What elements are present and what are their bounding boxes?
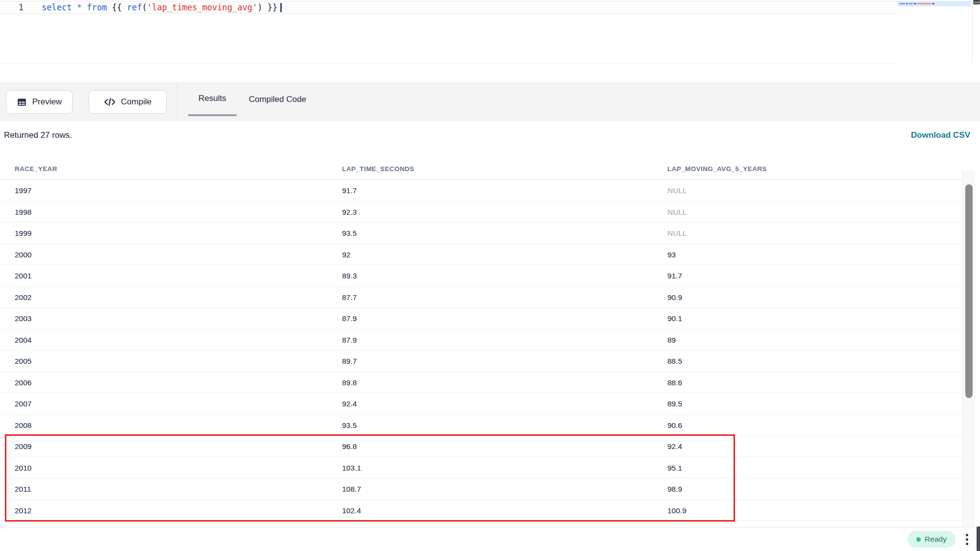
compile-button-label: Compile (121, 97, 151, 107)
minimap-segment (914, 3, 916, 4)
table-cell: NULL (667, 180, 687, 201)
kebab-menu-button[interactable] (961, 531, 972, 548)
table-cell: 91.7 (667, 265, 682, 286)
table-cell: 92.4 (342, 393, 357, 414)
column-header: RACE_YEAR (15, 158, 57, 180)
table-row: 200287.790.9 (0, 287, 962, 308)
code-editor[interactable]: 1 select * from {{ ref('lap_times_moving… (0, 0, 980, 63)
text-cursor-icon (280, 3, 282, 12)
results-tabs: Results Compiled Code (188, 83, 306, 116)
table-row: 200387.990.1 (0, 308, 962, 329)
code-token: }} (262, 2, 277, 12)
table-cell: 2006 (15, 372, 31, 393)
code-line-content[interactable]: select * from {{ ref('lap_times_moving_a… (42, 2, 282, 13)
table-cell: 88.5 (667, 351, 682, 372)
table-header-row: RACE_YEARLAP_TIME_SECONDSLAP_MOVING_AVG_… (0, 158, 962, 180)
table-cell: 100.9 (667, 500, 686, 521)
table-cell: 95.1 (667, 457, 682, 478)
table-cell: NULL (667, 201, 687, 223)
minimap-segment (932, 3, 934, 4)
code-token (82, 2, 87, 12)
table-cell: 89.7 (342, 351, 357, 372)
table-cell: 1999 (15, 223, 31, 244)
table-row: 200893.590.6 (0, 415, 962, 436)
column-header: LAP_TIME_SECONDS (342, 158, 414, 180)
table-cell: 91.7 (342, 180, 357, 201)
editor-minimap[interactable] (898, 0, 972, 63)
table-cell: 2012 (15, 500, 31, 521)
table-cell: 2009 (15, 436, 31, 457)
status-bar: Ready (0, 527, 980, 551)
table-cell: 2003 (15, 308, 31, 329)
code-token: 'lap_times_moving_avg' (147, 2, 257, 12)
table-cell: 87.7 (342, 287, 357, 308)
table-cell: 2011 (15, 478, 31, 500)
table-cell: 90.9 (667, 287, 682, 308)
table-cell: 2001 (15, 265, 31, 286)
code-token (72, 2, 76, 12)
table-cell: 89.8 (342, 372, 357, 393)
table-grid-icon (17, 97, 27, 107)
ready-status-badge[interactable]: Ready (907, 531, 956, 548)
table-cell: 89.5 (667, 393, 682, 414)
code-token: ) (257, 2, 262, 12)
code-token: ( (142, 2, 147, 12)
table-body: 199791.7NULL199892.3NULL199993.5NULL2000… (0, 180, 962, 521)
table-row: 200689.888.6 (0, 372, 962, 394)
editor-scrollbar-thumb[interactable] (973, 0, 980, 4)
table-cell: 89 (667, 329, 676, 351)
table-row: 199993.5NULL (0, 223, 962, 244)
ready-status-label: Ready (925, 535, 947, 544)
table-row: 20009293 (0, 244, 962, 266)
code-token: from (87, 2, 107, 12)
table-cell: 102.4 (342, 500, 361, 521)
table-cell: 93 (667, 244, 676, 265)
window-scrollbar-corner[interactable] (977, 526, 980, 551)
table-cell: 98.9 (667, 478, 682, 500)
editor-scrollbar[interactable] (972, 0, 980, 63)
table-cell: 2005 (15, 351, 31, 372)
table-row: 2010103.195.1 (0, 457, 962, 479)
results-scrollbar[interactable] (962, 171, 975, 527)
table-row: 200189.391.7 (0, 265, 962, 287)
table-cell: 2002 (15, 287, 31, 308)
tab-results[interactable]: Results (188, 83, 237, 116)
table-cell: 87.9 (342, 329, 357, 351)
table-cell: 90.6 (667, 415, 682, 436)
results-toolbar: Preview Compile Results Compiled Code (0, 82, 980, 121)
column-header: LAP_MOVING_AVG_5_YEARS (667, 158, 767, 180)
table-cell: 87.9 (342, 308, 357, 329)
table-cell: 2007 (15, 393, 31, 414)
preview-button[interactable]: Preview (6, 90, 73, 114)
tab-compiled-code[interactable]: Compiled Code (249, 83, 306, 116)
toolbar-divider (177, 83, 177, 122)
table-row: 2011108.798.9 (0, 478, 962, 500)
table-cell: 96.8 (342, 436, 357, 457)
table-row: 2012102.4100.9 (0, 500, 962, 522)
table-cell: 2010 (15, 457, 31, 478)
table-cell: NULL (667, 223, 687, 244)
table-row: 200996.892.4 (0, 436, 962, 457)
download-csv-link[interactable]: Download CSV (911, 130, 970, 140)
compile-button[interactable]: Compile (89, 90, 167, 114)
minimap-segment (908, 3, 913, 4)
table-row: 199791.7NULL (0, 180, 962, 201)
kebab-dot-icon (966, 538, 968, 541)
table-cell: 1997 (15, 180, 31, 201)
table-cell: 92.4 (667, 436, 682, 457)
table-cell: 2000 (15, 244, 31, 265)
table-row: 200792.489.5 (0, 393, 962, 415)
table-cell: 2004 (15, 329, 31, 351)
table-cell: 93.5 (342, 415, 357, 436)
table-cell: 88.6 (667, 372, 682, 393)
table-row: 200589.788.5 (0, 351, 962, 372)
table-cell: 2008 (15, 415, 31, 436)
table-cell: 93.5 (342, 223, 357, 244)
kebab-dot-icon (966, 534, 968, 536)
line-number: 1 (14, 2, 24, 13)
minimap-segment (906, 3, 907, 4)
tab-results-label: Results (198, 94, 226, 103)
results-scrollbar-thumb[interactable] (965, 184, 973, 398)
code-token: {{ (107, 2, 127, 12)
code-token: select (42, 2, 72, 12)
